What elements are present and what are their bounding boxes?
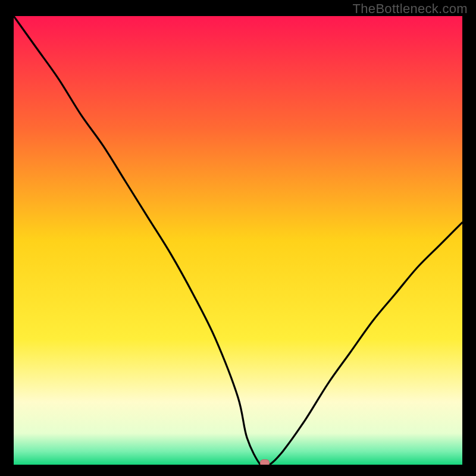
minimum-marker bbox=[260, 459, 270, 465]
chart-svg bbox=[14, 16, 462, 465]
plot-area bbox=[14, 16, 462, 465]
chart-frame: TheBottleneck.com bbox=[0, 0, 476, 476]
watermark-text: TheBottleneck.com bbox=[353, 1, 468, 17]
